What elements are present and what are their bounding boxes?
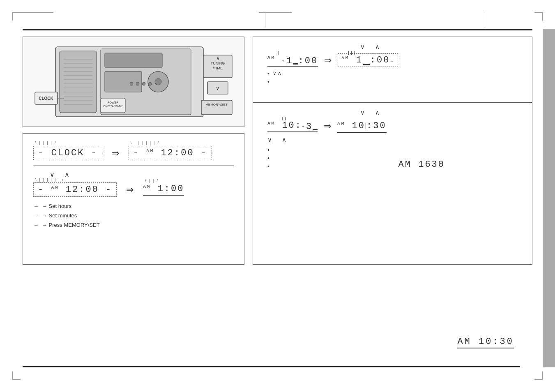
svg-text:/TIME: /TIME (213, 66, 223, 70)
svg-point-35 (142, 82, 145, 85)
am1030-right-text: AM 10:30 (337, 121, 386, 133)
bullet-1-1: • ∨ ∧ (267, 70, 524, 77)
arrow-right-1: ⇒ (324, 55, 332, 66)
tick-marks-am1200: \ | | | | | | / (131, 141, 159, 145)
right-section-2: ∨ ∧ | | AM 10:⇒3 ⇒ (253, 103, 532, 185)
svg-point-18 (155, 78, 161, 85)
corner-mark-bl (12, 371, 21, 380)
arrow-item-3: → → Press MEMORY/SET (33, 222, 234, 228)
top-divider (23, 29, 532, 30)
svg-text:∧: ∧ (216, 55, 220, 61)
section2-bullets: • • • (267, 147, 524, 170)
svg-point-33 (130, 82, 133, 85)
divider-h1 (33, 165, 234, 166)
tick-marks-clock: \ | | | | / (35, 141, 55, 145)
am1200-display-dashed: \ | | | | | | / - AM 12:00 - (129, 146, 212, 160)
clock-text: - CLOCK - (33, 146, 102, 160)
am100-display: \ | | / AM 1:00 (143, 184, 184, 196)
main-content: TUNING /TIME ∧ ∨ MEMORY/SET POWER ON/STA… (23, 29, 532, 367)
top-vert-div-2 (485, 12, 485, 27)
tick-top-3: | | (282, 116, 286, 120)
svg-point-34 (136, 82, 139, 85)
tick-marks-am1200b: \ | | | | | | / (35, 178, 63, 182)
arrow-2: ⇒ (126, 184, 134, 195)
display-row-1: | AM ⇒1:00 ⇒ | (267, 55, 518, 66)
am1630-display-label: AM 1630 (398, 159, 445, 170)
arrow-item-1-text: → Set hours (42, 203, 71, 209)
svg-rect-15 (105, 53, 162, 67)
instruction-box: \ | | | | / - CLOCK - ⇒ (23, 133, 244, 265)
svg-text:CLOCK: CLOCK (39, 96, 53, 101)
svg-text:ON/STAND-BY: ON/STAND-BY (103, 105, 123, 108)
svg-rect-1 (60, 51, 97, 113)
am1630-text: AM 1630 (398, 159, 445, 170)
am1030-left-text: AM 10:⇒3 (267, 120, 318, 132)
vc-symbols-1: ∨ ∧ (50, 171, 234, 178)
right-column: ∨ ∧ | AM ⇒1:00 (253, 37, 532, 265)
vc-right-2: ∨ ∧ (261, 109, 483, 116)
am100-right-display: | | | AM 1:00⇐ (338, 55, 398, 65)
sidebar-bar (543, 29, 555, 367)
bullet-2-1: • (267, 147, 524, 153)
right-section-1: ∨ ∧ | AM ⇒1:00 (253, 37, 532, 103)
arrow-item-1: → → Set hours (33, 203, 234, 209)
svg-rect-16 (105, 71, 142, 92)
svg-text:MEMORY/SET: MEMORY/SET (205, 103, 228, 106)
am1200-dashed-text: - AM 12:00 - (129, 146, 212, 160)
arrow-items: → → Set hours → → Set minutes → → Press … (33, 203, 234, 228)
columns-layout: TUNING /TIME ∧ ∨ MEMORY/SET POWER ON/STA… (23, 37, 532, 265)
svg-text:TUNING: TUNING (211, 61, 225, 65)
bullet-1-1-text: ∨ ∧ (273, 70, 281, 76)
display-row-2: | | AM 10:⇒3 ⇒ AM 10:30 (267, 120, 518, 132)
svg-point-36 (148, 82, 152, 85)
corner-mark-tr (534, 12, 543, 21)
arrow-1: ⇒ (112, 148, 119, 159)
top-vert-div-1 (265, 12, 265, 27)
top-line-mid (259, 12, 292, 13)
clock-display-dashed: \ | | | | / - CLOCK - (33, 146, 102, 160)
arrow-right-2: ⇒ (324, 121, 331, 131)
bottom-right-display-area: AM 10:30 (457, 337, 514, 347)
device-illustration-svg: TUNING /TIME ∧ ∨ MEMORY/SET POWER ON/STA… (31, 39, 236, 125)
step1-row: \ | | | | / - CLOCK - ⇒ (33, 146, 234, 160)
am1800-right-text: AM 1:00⇐ (338, 53, 398, 67)
left-column: TUNING /TIME ∧ ∨ MEMORY/SET POWER ON/STA… (23, 37, 244, 265)
am100-text: AM 1:00 (143, 184, 184, 196)
bullet-2-3: • (267, 163, 524, 170)
corner-mark-tl (12, 12, 21, 21)
step2-row: \ | | | | | | / - AM 12:00 - ⇒ (33, 182, 234, 197)
am1200-plain-dashed: \ | | | | | | / - AM 12:00 - (33, 182, 117, 197)
arrow-item-3-text: → Press MEMORY/SET (42, 222, 100, 228)
corner-mark-br (534, 371, 543, 380)
svg-text:∨: ∨ (216, 85, 220, 91)
am1030-left-display: | | AM 10:⇒3 (267, 120, 318, 132)
tick-marks-am100: \ | | / (145, 179, 158, 183)
am1000-display-right: | AM ⇒1:00 (267, 55, 318, 66)
arrow-item-2-text: → Set minutes (42, 212, 77, 219)
section1-bullets: • ∨ ∧ • (267, 70, 524, 85)
am1200-plain-text: - AM 12:00 - (33, 182, 117, 197)
am1030-right-display: AM 10:30 (337, 121, 386, 131)
am1000-right-text: AM ⇒1:00 (267, 55, 318, 67)
bullet-2-2: • (267, 155, 524, 161)
bottom-am1030-display: AM 10:30 (457, 337, 514, 348)
top-line-left (21, 12, 53, 13)
tick-top-1: | (278, 51, 279, 55)
arrow-item-2: → → Set minutes (33, 212, 234, 219)
vc-right-1: ∨ ∧ (261, 43, 483, 51)
device-illustration-box: TUNING /TIME ∧ ∨ MEMORY/SET POWER ON/STA… (23, 37, 244, 127)
svg-text:POWER: POWER (108, 101, 118, 104)
vc-right-bottom: ∨ ∧ (267, 136, 524, 143)
bullet-1-2: • (267, 78, 524, 85)
